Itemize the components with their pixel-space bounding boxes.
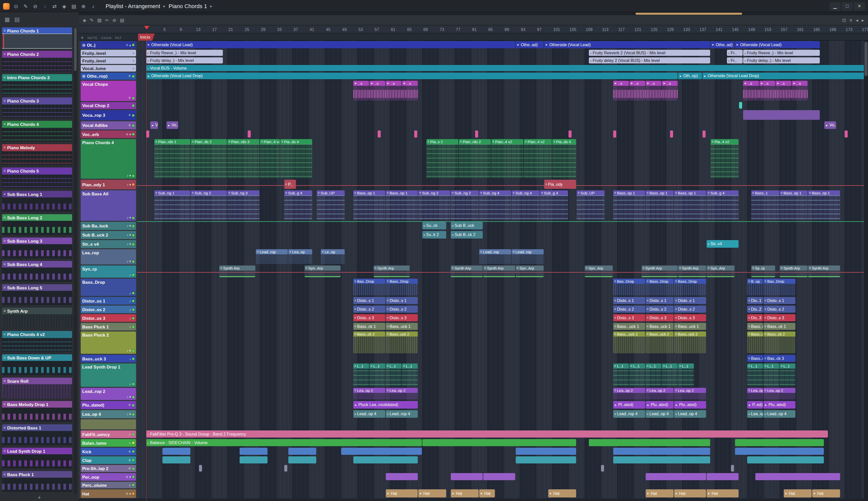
track-header-button[interactable]: Bass Pluck 2♪ ▾ — [81, 331, 136, 354]
paint-icon[interactable]: ▨ — [97, 18, 101, 23]
clip[interactable]: ≡Disto..s 2 — [674, 306, 706, 313]
track-led[interactable] — [132, 174, 135, 177]
clip[interactable] — [422, 439, 576, 446]
clip[interactable]: ≡Disto..s 3 — [613, 314, 645, 321]
snap-icon[interactable]: ◈ — [83, 18, 86, 23]
clip[interactable]: ≡Pian..4 v2 — [491, 139, 523, 178]
clip[interactable]: ≡Sub..UP — [577, 190, 604, 220]
vertical-scrollbar[interactable] — [864, 41, 868, 501]
clip[interactable]: ≡Lead..op 4 — [353, 410, 385, 418]
clip[interactable]: ≡Pia..s 2 — [426, 139, 458, 178]
clip[interactable]: ≡Str..v4 — [707, 240, 739, 248]
track-led[interactable] — [132, 396, 135, 398]
clip[interactable]: ≡Disto..s 1 — [763, 297, 795, 304]
timeline-ruler[interactable]: 5913172125293337414549535761656973778185… — [79, 25, 868, 33]
add-track-button[interactable]: + — [81, 35, 84, 41]
clip[interactable]: ≡Synth Arp — [451, 266, 483, 277]
track-lane[interactable]: ≡Disto..s 1≡Disto..s 1≡Disto..s 1≡Disto.… — [137, 297, 868, 305]
clip[interactable]: ≡Bass..uck 1 — [674, 323, 706, 330]
list-view-icon[interactable]: ▤ — [14, 16, 20, 23]
pattern-item[interactable]: ≡Sub Bass Long 2 — [2, 214, 72, 236]
track-lane[interactable]: ≡Disto..s 2≡Disto..s 2≡Disto..s 2≡Disto.… — [137, 305, 868, 314]
clip[interactable] — [613, 448, 710, 455]
track-header-button[interactable]: Pre-Sh..lap 2✛ — [81, 465, 136, 472]
clip[interactable]: ⌁Fruity Reeverb 2 (Vocal BUS) - Mix leve… — [589, 50, 710, 56]
clip[interactable]: ≡Su..ck — [422, 222, 446, 230]
clip[interactable] — [613, 456, 710, 463]
clip[interactable]: ►Hat — [479, 489, 495, 498]
track-lane[interactable]: ►Otherside (Vocal Lead)►Othe..ad)►Others… — [137, 41, 868, 49]
track-led[interactable] — [132, 492, 135, 495]
clip[interactable] — [199, 465, 202, 471]
clip[interactable]: ≡Synth Arp — [219, 266, 255, 277]
track-lane[interactable] — [137, 110, 868, 121]
clip[interactable]: ≡L..1 — [780, 363, 795, 386]
track-led[interactable] — [132, 459, 135, 461]
clip[interactable]: ≡L..1 — [763, 363, 779, 386]
clip[interactable]: ≡Disto..s 1 — [646, 297, 674, 304]
clip[interactable] — [516, 448, 576, 455]
playhead-marker[interactable] — [144, 26, 149, 32]
add-pattern-button[interactable]: + — [0, 494, 79, 501]
clip[interactable]: ►Plu..ated) — [763, 401, 795, 409]
clip[interactable] — [845, 130, 848, 138]
track-header-button[interactable]: Kick✛ — [81, 448, 136, 455]
clip[interactable]: ≡Bas..Drop — [353, 279, 385, 296]
pattern-item[interactable]: ≡Sub Bass Long 3 — [2, 237, 72, 259]
clip[interactable] — [162, 456, 190, 463]
disabled-icon[interactable]: ⊘ — [31, 3, 39, 9]
track-header-button[interactable]: Sub Bass All♪ ▾ — [81, 190, 136, 221]
menu-icon[interactable]: ≡ — [849, 18, 852, 23]
clip[interactable]: ⌁Fruity Reeve..) - Mix level — [146, 50, 223, 56]
clip[interactable]: ≡Bass...uck 1 — [613, 323, 645, 330]
pattern-item-header[interactable]: ≡Piano Chords 3 — [2, 97, 72, 104]
track-lane[interactable]: ≡Sub..ng 1≡Sub..ng 2≡Sub..ng 3≡Sub..g 4≡… — [137, 190, 868, 221]
track-led[interactable] — [132, 383, 135, 385]
clip[interactable]: ≡Sy..rp — [751, 266, 775, 277]
clip[interactable]: ⌁FabFilter Pro-Q 3 - Sound Group - Band … — [146, 430, 828, 438]
track-header-button[interactable]: Voca..rop 3✛ — [81, 110, 136, 120]
clip[interactable]: ≡Pia..ds 4 — [552, 139, 576, 178]
clip[interactable] — [288, 456, 316, 463]
track-lane[interactable]: ≡L..1≡L..1≡L..1≡L..1≡L..1≡L..1≡L..1≡L..1… — [137, 363, 868, 387]
mute-icon[interactable]: ⊘ — [112, 18, 116, 23]
clip[interactable]: ⌁Fruity delay 2 (Vocal BUS) - Mix level — [589, 57, 710, 63]
track-lane[interactable]: ≡Bass..ck 3≡Bas..ck 3 — [137, 354, 868, 363]
clip[interactable]: ≡P.. — [284, 180, 296, 189]
clip[interactable]: ►P..ed) — [747, 401, 763, 409]
pattern-item-header[interactable]: ≡Piano Chords 4 — [2, 121, 72, 127]
clip[interactable]: ≡Lead..rop 4 — [613, 410, 645, 418]
track-led[interactable] — [132, 97, 135, 99]
clip[interactable]: ≡Lea..op 2 — [763, 388, 795, 399]
track-lane[interactable]: ≡Lead..rop≡Lea..op≡Le..op≡Lead..rop≡Lead… — [137, 249, 868, 265]
clip[interactable]: ≡Lead..rop 4 — [386, 410, 418, 418]
clip[interactable]: ≡Bass..uck 2 — [646, 331, 674, 353]
track-lane[interactable]: ⌁Vocal BUS - Volume — [137, 64, 868, 72]
clip[interactable] — [248, 130, 251, 138]
track-header-button[interactable]: Bass..uck 3♪ — [81, 355, 136, 362]
track-led[interactable] — [132, 317, 135, 319]
clip[interactable]: ≡Disto..s 1 — [674, 297, 706, 304]
track-lane[interactable]: ⌁FabFilter Pro-Q 3 - Sound Group - Band … — [137, 430, 868, 439]
track-header-button[interactable]: Perc..olume⌁ — [81, 482, 136, 488]
slice-icon[interactable]: ✂ — [105, 18, 109, 23]
zoom-icon[interactable]: ⊕ — [80, 3, 87, 9]
track-header-button[interactable]: Hat✛ ▾ — [81, 489, 136, 498]
clip[interactable]: ≡Disto..s 3 — [386, 314, 418, 321]
pattern-item-header[interactable]: ≡Distorted Bass 1 — [2, 424, 72, 431]
clip[interactable]: ≡L..1 — [386, 363, 401, 386]
pattern-item-header[interactable]: ≡Piano Chords 2 — [2, 51, 72, 57]
clip[interactable] — [812, 473, 840, 480]
clip[interactable]: ≡L..1 — [678, 363, 694, 386]
track-header-button[interactable]: Plu..dated)✛ — [81, 401, 136, 409]
clip[interactable]: ►..s — [369, 81, 385, 100]
track-lane[interactable]: ≡Synth Arp≡Syn..Arp≡Synth Arp≡Synth Arp≡… — [137, 265, 868, 278]
clip[interactable]: ►Otherside (Vocal Lead) — [735, 41, 820, 48]
clip[interactable] — [483, 473, 515, 480]
clip[interactable]: ►Othe..ad) — [711, 41, 735, 48]
track-led[interactable] — [132, 450, 135, 453]
clip[interactable]: ≡L..1 — [353, 363, 369, 386]
track-led[interactable] — [132, 476, 135, 478]
track-led[interactable] — [132, 216, 135, 219]
track-led[interactable] — [132, 326, 135, 328]
